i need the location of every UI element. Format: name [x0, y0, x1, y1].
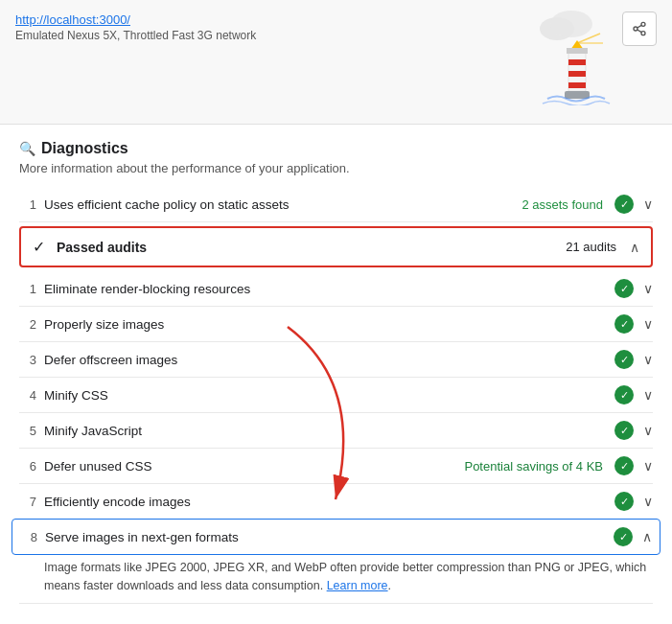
passed-audits-count: 21 audits — [566, 240, 616, 254]
chevron-down-icon[interactable]: ∨ — [643, 387, 653, 403]
audit-label: Minify CSS — [44, 388, 607, 403]
main-content: 🔍 Diagnostics More information about the… — [0, 125, 672, 619]
audit-number: 2 — [19, 317, 36, 332]
lighthouse-logo — [538, 0, 614, 105]
url-link[interactable]: http://localhost:3000/ — [15, 12, 130, 27]
audit-meta: 2 assets found — [521, 197, 603, 212]
chevron-down-icon[interactable]: ∨ — [643, 458, 653, 474]
pass-icon: ✓ — [614, 195, 634, 214]
learn-more-link[interactable]: Learn more — [327, 579, 388, 592]
pass-icon-8: ✓ — [614, 527, 633, 546]
audit-number-8: 8 — [20, 530, 37, 544]
svg-point-11 — [641, 22, 645, 26]
pass-icon: ✓ — [614, 385, 634, 404]
chevron-down-icon[interactable]: ∨ — [643, 423, 653, 438]
diagnostics-row-1[interactable]: 1 Uses efficient cache policy on static … — [19, 187, 653, 222]
audit-label: Efficiently encode images — [44, 495, 607, 509]
svg-line-15 — [637, 25, 642, 28]
audit-label: Defer offscreen images — [44, 353, 607, 367]
audit-label-8: Serve images in next-gen formats — [45, 530, 606, 544]
chevron-down-icon[interactable]: ∨ — [643, 352, 653, 367]
audit-row-4[interactable]: 4Minify CSS✓∨ — [19, 378, 653, 413]
passed-audits-row[interactable]: ✓ Passed audits 21 audits ∧ — [19, 226, 653, 267]
audit-row-1[interactable]: 1Eliminate render-blocking resources✓∨ — [19, 271, 653, 307]
audit-label: Defer unused CSS — [44, 459, 456, 474]
svg-rect-4 — [568, 71, 586, 77]
svg-rect-10 — [565, 91, 590, 99]
header-section: http://localhost:3000/ Emulated Nexus 5X… — [0, 0, 672, 125]
svg-line-14 — [637, 30, 642, 33]
svg-rect-5 — [568, 82, 586, 88]
chevron-up-icon-8[interactable]: ∧ — [642, 529, 652, 544]
search-icon: 🔍 — [19, 141, 35, 156]
diagnostics-description: More information about the performance o… — [19, 161, 653, 175]
svg-point-12 — [634, 27, 637, 31]
audit-label: Minify JavaScript — [44, 424, 607, 438]
audit-number: 1 — [19, 282, 36, 296]
svg-point-13 — [641, 32, 645, 35]
share-button[interactable] — [622, 12, 657, 46]
audit-savings-meta: Potential savings of 4 KB — [464, 459, 603, 474]
audit-row-3[interactable]: 3Defer offscreen images✓∨ — [19, 342, 653, 378]
pass-icon: ✓ — [614, 350, 634, 369]
audit-row-8[interactable]: 8 Serve images in next-gen formats ✓ ∧ — [12, 519, 660, 555]
diagnostics-header: 🔍 Diagnostics — [19, 140, 653, 157]
item8-container: 8 Serve images in next-gen formats ✓ ∧ I… — [19, 519, 653, 604]
audit-row-7[interactable]: 7Efficiently encode images✓∨ — [19, 484, 653, 519]
check-icon: ✓ — [33, 238, 45, 256]
pass-icon: ✓ — [614, 456, 634, 475]
chevron-down-icon[interactable]: ∨ — [643, 281, 653, 296]
passed-audits-label: Passed audits — [57, 240, 558, 255]
audit-list: 1Eliminate render-blocking resources✓∨2P… — [19, 271, 653, 519]
audit-description-8: Image formats like JPEG 2000, JPEG XR, a… — [19, 555, 653, 604]
audit-number: 5 — [19, 424, 36, 438]
audit-label: Uses efficient cache policy on static as… — [44, 197, 514, 212]
svg-point-1 — [550, 11, 592, 37]
pass-icon: ✓ — [614, 314, 634, 334]
chevron-down-icon[interactable]: ∨ — [643, 494, 653, 509]
audit-number: 3 — [19, 353, 36, 367]
svg-rect-7 — [567, 48, 588, 54]
audit-row-5[interactable]: 5Minify JavaScript✓∨ — [19, 413, 653, 449]
audit-number: 4 — [19, 388, 36, 403]
chevron-up-icon[interactable]: ∧ — [630, 240, 639, 255]
diagnostics-title: Diagnostics — [41, 140, 128, 157]
audit-row-6[interactable]: 6Defer unused CSSPotential savings of 4 … — [19, 449, 653, 484]
pass-icon: ✓ — [614, 492, 634, 511]
audit-label: Eliminate render-blocking resources — [44, 282, 607, 296]
audit-number: 6 — [19, 459, 36, 474]
chevron-down-icon[interactable]: ∨ — [643, 316, 653, 332]
audit-number: 7 — [19, 495, 36, 509]
audit-label: Properly size images — [44, 317, 607, 332]
pass-icon: ✓ — [614, 279, 634, 298]
pass-icon: ✓ — [614, 421, 634, 440]
audit-row-2[interactable]: 2Properly size images✓∨ — [19, 307, 653, 342]
chevron-down-icon[interactable]: ∨ — [643, 196, 653, 212]
svg-rect-3 — [568, 59, 586, 65]
audit-number: 1 — [19, 197, 36, 212]
